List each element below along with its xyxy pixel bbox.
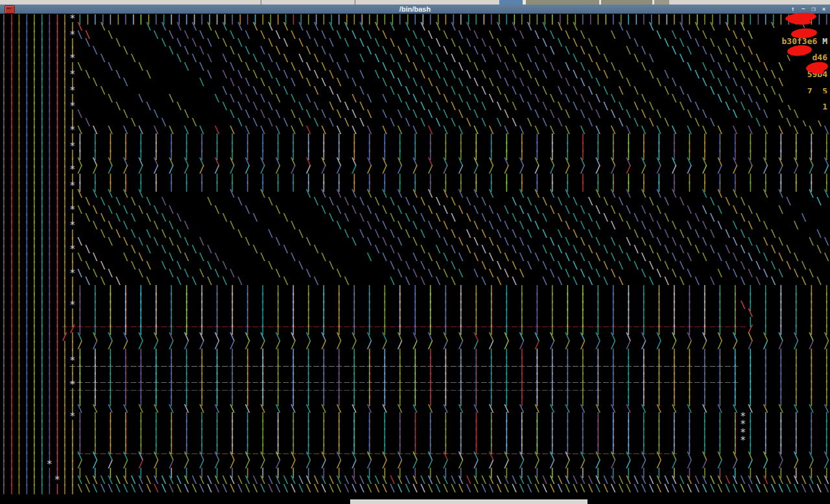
graph-row: ||||||||||\\\\\\\\\\\\\\\\\\\\\\\\\\\\\\… [0, 485, 830, 493]
terminal-screen[interactable]: |||||||||*||||||||||||||||||||||||||||||… [0, 14, 830, 504]
graph-row: ||||||||||\\\\\\\\\\\\\\\\\\\\\\\\\\\\\\… [0, 253, 830, 262]
graph-row: ||||||||||\\\\\\\\\\\\\\\\\\\\\\\\\\\\\\… [0, 47, 830, 55]
restore-button[interactable]: ❐ [810, 5, 817, 13]
graph-row: ||||||||||\\\\\\\\\\\\\\\\\\\\\\\\\\\\\\… [0, 110, 830, 119]
background-window-strip [0, 0, 830, 5]
graph-row: |||||||||*\\\\\\\\\\\\\\\\\\\\\\\\\\\\\\… [0, 206, 830, 214]
graph-row: ||||||||||\\\\\\\\\\\\\\\\\\\\\\\\\\\\\\… [0, 78, 830, 87]
window-title: /bin/bash [0, 5, 830, 14]
graph-row: |||||||||*||||||||||||||||||||||||||||||… [0, 15, 830, 23]
git-graph: |||||||||*||||||||||||||||||||||||||||||… [0, 14, 830, 504]
graph-row: |||||||||*\\\\\\\\\\\\\\\\\\\\\\\\\\\\\\… [0, 269, 830, 278]
commit-hash-line: 1 [801, 93, 829, 120]
graph-row: ||||||||||\\\\\\\\\\\\\\\\\\\\\\\\\\\\\\… [0, 190, 830, 198]
graph-row: ||||||||||\\\\\\\\\\\\\\\\\\\\\\\\\\\\\\… [0, 63, 830, 71]
background-window-edge[interactable] [350, 499, 587, 504]
graph-row: ||||||||||\\\\\\\\\\\\\\\\\\\\\\\\\\\\\\… [0, 95, 830, 103]
shade-button[interactable]: ↑ [789, 5, 796, 13]
minimize-button[interactable]: − [800, 5, 807, 13]
graph-row: |||||||||*\\\\\\\\\\\\\\\\\\\\\\\\\\\\\\… [0, 222, 830, 230]
graph-row: ||||||||||\\\\\\\\\\\\\\\\\\\\\\\\\\\\\\… [0, 238, 830, 246]
graph-row: |||||||||*\\\\\\\\\\\\\\\\\\\\\\\\\\\\\\… [0, 31, 830, 40]
close-button[interactable]: ✕ [820, 5, 827, 13]
